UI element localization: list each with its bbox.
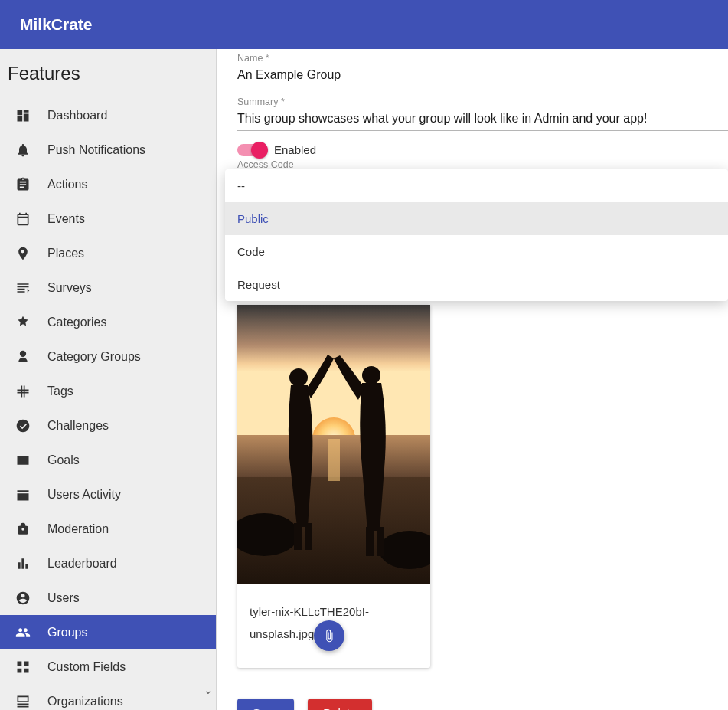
svg-point-7	[289, 368, 308, 387]
sidebar-item-label: Category Groups	[47, 350, 141, 364]
group-form: Name * Summary * Enabled Access Code	[217, 53, 728, 710]
svg-point-10	[362, 366, 380, 384]
sidebar-item-moderation[interactable]: Moderation	[0, 512, 216, 546]
sidebar-header: Features	[0, 49, 216, 90]
sidebar-item-surveys[interactable]: Surveys	[0, 270, 216, 305]
dropdown-option-none[interactable]: --	[225, 169, 728, 202]
image-caption-row: tyler-nix-KLLcTHE20bI-unsplash.jpg	[237, 584, 430, 668]
sidebar-item-label: Users	[47, 591, 80, 605]
users-activity-icon	[15, 487, 31, 502]
dropdown-option-public[interactable]: Public	[225, 202, 728, 235]
sidebar-item-users-activity[interactable]: Users Activity	[0, 477, 216, 512]
push-notifications-icon	[15, 142, 31, 158]
svg-rect-6	[328, 439, 340, 481]
name-field: Name *	[217, 53, 728, 87]
sidebar-item-label: Moderation	[47, 522, 109, 536]
sidebar-item-groups[interactable]: Groups	[0, 615, 216, 649]
sidebar-item-label: Users Activity	[47, 488, 121, 502]
main-content: Name * Summary * Enabled Access Code	[217, 49, 728, 710]
save-button[interactable]: Save	[237, 699, 294, 710]
sidebar-item-label: Challenges	[47, 419, 109, 433]
sidebar-item-push-notifications[interactable]: Push Notifications	[0, 133, 216, 167]
groups-icon	[15, 625, 31, 640]
categories-icon	[15, 315, 31, 330]
dropdown-option-request[interactable]: Request	[225, 268, 728, 301]
sidebar-item-leaderboard[interactable]: Leaderboard	[0, 546, 216, 581]
enabled-toggle[interactable]	[237, 144, 265, 156]
sidebar: Features DashboardPush NotificationsActi…	[0, 49, 217, 710]
sidebar-item-category-groups[interactable]: Category Groups	[0, 339, 216, 374]
sidebar-item-label: Categories	[47, 316, 106, 329]
sidebar-item-label: Surveys	[47, 281, 92, 295]
name-input[interactable]	[237, 65, 728, 87]
leaderboard-icon	[15, 556, 31, 571]
svg-rect-12	[377, 527, 384, 556]
sidebar-item-label: Custom Fields	[47, 660, 126, 674]
paperclip-icon	[322, 629, 336, 643]
group-type-dropdown[interactable]: --PublicCodeRequest	[225, 169, 728, 301]
sidebar-item-custom-fields[interactable]: Custom Fields	[0, 649, 216, 684]
nav-list: DashboardPush NotificationsActionsEvents…	[0, 98, 216, 710]
sidebar-item-label: Places	[47, 247, 84, 260]
svg-rect-9	[305, 523, 312, 550]
category-groups-icon	[15, 349, 31, 365]
actions-icon	[15, 177, 31, 192]
summary-label: Summary *	[217, 97, 728, 107]
sidebar-item-label: Tags	[47, 384, 73, 398]
surveys-icon	[15, 280, 31, 296]
sidebar-item-users[interactable]: Users	[0, 581, 216, 615]
delete-button[interactable]: Delete	[308, 699, 371, 710]
sidebar-item-events[interactable]: Events	[0, 201, 216, 236]
challenges-icon	[15, 418, 31, 434]
sidebar-item-label: Dashboard	[47, 109, 107, 123]
sidebar-item-label: Actions	[47, 178, 87, 191]
enabled-label: Enabled	[274, 143, 316, 156]
group-image	[237, 305, 430, 584]
sidebar-item-places[interactable]: Places	[0, 236, 216, 270]
tags-icon	[15, 384, 31, 399]
access-code-label: Access Code	[217, 159, 728, 170]
sidebar-item-label: Goals	[47, 453, 80, 467]
events-icon	[15, 211, 31, 227]
custom-fields-icon	[15, 659, 31, 675]
sidebar-item-label: Push Notifications	[47, 143, 145, 157]
sidebar-item-challenges[interactable]: Challenges	[0, 408, 216, 443]
goals-icon	[15, 453, 31, 468]
sidebar-item-categories[interactable]: Categories	[0, 305, 216, 339]
sidebar-item-goals[interactable]: Goals	[0, 443, 216, 477]
moderation-icon	[15, 522, 31, 537]
sidebar-item-tags[interactable]: Tags	[0, 374, 216, 408]
summary-field: Summary *	[217, 97, 728, 131]
sidebar-item-label: Groups	[47, 626, 87, 640]
sidebar-item-organizations[interactable]: Organizations	[0, 684, 216, 710]
sidebar-item-actions[interactable]: Actions	[0, 167, 216, 201]
sidebar-item-label: Events	[47, 212, 85, 226]
dashboard-icon	[15, 108, 31, 123]
attach-button[interactable]	[314, 620, 344, 651]
svg-rect-8	[294, 523, 302, 550]
users-icon	[15, 591, 31, 606]
action-buttons: Save Delete	[237, 699, 728, 710]
summary-input[interactable]	[237, 109, 728, 131]
image-card: tyler-nix-KLLcTHE20bI-unsplash.jpg	[237, 305, 430, 668]
app-bar: MilkCrate	[0, 0, 728, 49]
sidebar-item-label: Organizations	[47, 695, 123, 708]
dropdown-option-code[interactable]: Code	[225, 235, 728, 268]
chevron-down-icon[interactable]: ⌄	[204, 684, 213, 696]
enabled-row: Enabled	[217, 143, 728, 156]
app-title: MilkCrate	[20, 15, 93, 34]
places-icon	[15, 246, 31, 261]
organizations-icon	[15, 694, 31, 709]
image-filename: tyler-nix-KLLcTHE20bI-unsplash.jpg	[250, 605, 369, 640]
sidebar-item-label: Leaderboard	[47, 557, 117, 571]
svg-rect-11	[366, 527, 374, 556]
name-label: Name *	[217, 53, 728, 64]
sidebar-item-dashboard[interactable]: Dashboard	[0, 98, 216, 133]
